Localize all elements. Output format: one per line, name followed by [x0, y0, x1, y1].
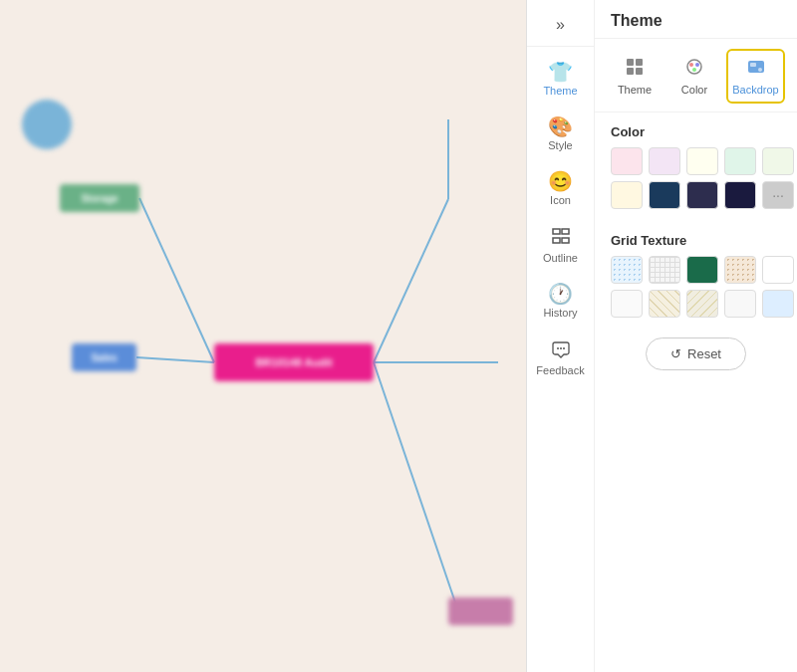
svg-rect-8 [553, 238, 560, 243]
svg-rect-22 [750, 63, 756, 67]
texture-dots-warm[interactable] [724, 256, 756, 284]
reset-icon: ↺ [670, 346, 681, 361]
svg-line-0 [139, 198, 214, 362]
svg-point-20 [692, 68, 696, 72]
style-icon: 🎨 [548, 116, 573, 136]
sidebar-item-icon[interactable]: 😊 Icon [527, 161, 594, 214]
outline-icon [551, 226, 571, 249]
svg-rect-6 [553, 229, 560, 234]
color-swatch-1[interactable] [649, 147, 680, 175]
canvas-area: BR10148 Audit Storage Sales [0, 0, 526, 672]
svg-point-10 [557, 347, 559, 349]
node-bottom[interactable] [448, 597, 513, 625]
texture-grid-light[interactable] [649, 256, 680, 284]
texture-solid-green[interactable] [686, 256, 718, 284]
theme-panel: Theme Theme [595, 0, 797, 672]
feedback-icon [551, 338, 571, 361]
color-swatch-6[interactable] [649, 181, 680, 209]
svg-rect-16 [636, 68, 643, 75]
color-swatch-5[interactable] [611, 181, 643, 209]
center-node[interactable]: BR10148 Audit [214, 343, 374, 381]
icon-sidebar: » 👕 Theme 🎨 Style 😊 Icon Outline [527, 0, 595, 672]
color-section-title: Color [595, 112, 797, 147]
sidebar-item-style[interactable]: 🎨 Style [527, 107, 594, 159]
svg-rect-14 [636, 59, 643, 66]
color-swatch-8[interactable] [724, 181, 756, 209]
color-swatch-4[interactable] [762, 147, 794, 175]
tab-backdrop-icon [746, 57, 766, 82]
connector-svg [0, 0, 526, 672]
sidebar-item-outline[interactable]: Outline [527, 216, 594, 272]
texture-light-blue[interactable] [762, 290, 794, 318]
tab-color-icon [684, 57, 704, 82]
sidebar-item-feedback[interactable]: Feedback [527, 329, 594, 384]
sales-node[interactable]: Sales [72, 343, 136, 371]
svg-line-1 [136, 357, 214, 362]
texture-plain-1[interactable] [762, 256, 794, 284]
svg-rect-9 [562, 238, 569, 243]
theme-icon: 👕 [548, 62, 573, 82]
svg-point-23 [758, 68, 762, 72]
texture-swatches-grid [595, 256, 797, 330]
sidebar-item-history[interactable]: 🕐 History [527, 274, 594, 327]
panel-title: Theme [595, 0, 797, 39]
sidebar-item-theme[interactable]: 👕 Theme [527, 52, 594, 105]
svg-line-2 [374, 199, 448, 362]
tab-color[interactable]: Color [666, 49, 722, 104]
svg-rect-7 [562, 229, 569, 234]
svg-point-11 [560, 347, 562, 349]
color-swatch-more[interactable]: ··· [762, 181, 794, 209]
tab-backdrop[interactable]: Backdrop [726, 49, 785, 104]
color-swatches-grid: ··· [595, 147, 797, 221]
texture-dots-blue[interactable] [611, 256, 643, 284]
texture-section-title: Grid Texture [595, 221, 797, 256]
svg-point-12 [563, 347, 565, 349]
texture-diagonal-2[interactable] [686, 290, 718, 318]
svg-rect-15 [627, 68, 634, 75]
color-swatch-7[interactable] [686, 181, 718, 209]
color-swatch-3[interactable] [724, 147, 756, 175]
svg-point-19 [695, 63, 699, 67]
texture-diagonal-1[interactable] [649, 290, 680, 318]
icon-icon: 😊 [548, 171, 573, 191]
tab-theme[interactable]: Theme [607, 49, 663, 104]
tab-theme-icon [625, 57, 645, 82]
svg-rect-13 [627, 59, 634, 66]
reset-button[interactable]: ↺ Reset [646, 337, 746, 370]
reset-section: ↺ Reset [595, 330, 797, 386]
tabs-row: Theme Color [595, 39, 797, 112]
storage-node[interactable]: Storage [60, 184, 139, 212]
color-swatch-2[interactable] [686, 147, 718, 175]
history-icon: 🕐 [548, 284, 573, 304]
svg-line-3 [374, 362, 458, 611]
texture-plain-2[interactable] [611, 290, 643, 318]
collapse-button[interactable]: » [527, 8, 594, 47]
texture-plain-3[interactable] [724, 290, 756, 318]
right-panel: » 👕 Theme 🎨 Style 😊 Icon Outline [526, 0, 797, 672]
svg-point-18 [689, 63, 693, 67]
reset-label: Reset [687, 346, 721, 361]
top-circle-node[interactable] [22, 100, 72, 149]
color-swatch-0[interactable] [611, 147, 643, 175]
